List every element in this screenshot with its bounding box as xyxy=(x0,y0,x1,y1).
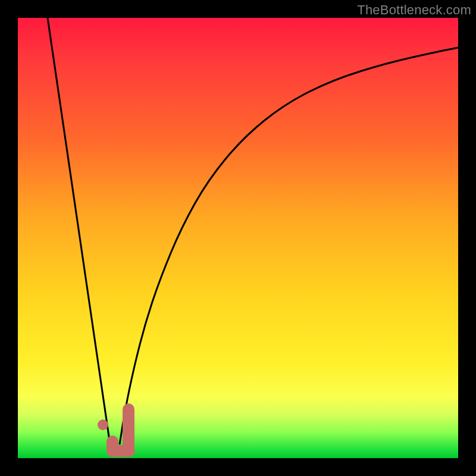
marker-dot xyxy=(98,419,108,430)
plot-area xyxy=(18,18,458,458)
watermark-text: TheBottleneck.com xyxy=(357,2,471,18)
chart-frame: TheBottleneck.com xyxy=(0,0,476,476)
curve-right-branch xyxy=(120,48,458,444)
curve-left-branch xyxy=(48,18,110,444)
curve-layer xyxy=(18,18,458,458)
marker-stroke-right xyxy=(123,403,134,455)
